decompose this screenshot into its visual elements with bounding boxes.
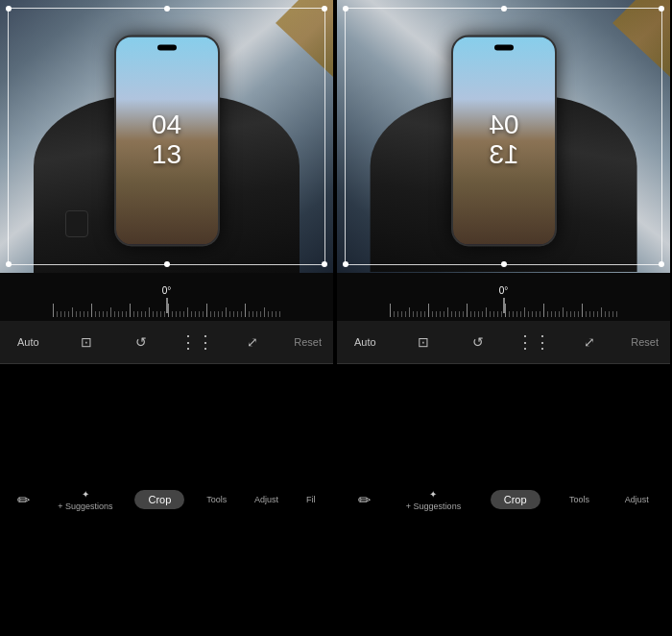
left-suggestions-icon: ✦	[82, 489, 89, 500]
ruler-tick	[570, 311, 571, 317]
left-crop-label: Crop	[148, 494, 171, 505]
ruler-tick	[543, 304, 544, 317]
ruler-tick	[436, 311, 437, 317]
ruler-tick	[206, 304, 207, 317]
left-toolbar-edit[interactable]: ✏	[12, 487, 36, 513]
ruler-tick	[482, 311, 483, 317]
ruler-tick	[76, 311, 77, 317]
left-fil-label: Fil	[306, 495, 316, 504]
right-toolbar-suggestions[interactable]: ✦ + Suggestions	[400, 485, 467, 515]
ruler-tick	[401, 311, 402, 317]
ruler-tick	[540, 311, 540, 317]
ruler-tick	[241, 311, 242, 317]
right-toolbar-tools[interactable]: Tools	[564, 491, 595, 508]
left-toolbar-fil[interactable]: Fil	[300, 491, 322, 508]
ruler-tick	[233, 311, 234, 317]
right-toolbar-adjust[interactable]: Adjust	[619, 491, 655, 508]
ruler-tick	[516, 311, 517, 317]
right-edit-icon: ✏	[358, 491, 371, 509]
left-rotate-button[interactable]: ↺	[127, 330, 156, 355]
ruler-tick	[72, 307, 73, 317]
right-tools-label: Tools	[569, 495, 589, 504]
ruler-tick	[405, 311, 406, 317]
ruler-tick	[555, 311, 556, 317]
right-phone-notch	[494, 44, 514, 50]
left-phone-notch	[157, 44, 177, 50]
ruler-tick	[413, 311, 414, 317]
ruler-tick	[451, 311, 452, 317]
ruler-tick	[470, 311, 471, 317]
left-reset-button[interactable]: Reset	[294, 336, 322, 348]
left-toolbar-crop[interactable]: Crop	[134, 490, 184, 509]
ruler-tick	[612, 311, 613, 317]
ruler-tick	[609, 311, 610, 317]
left-toolbar-suggestions[interactable]: ✦ + Suggestions	[52, 485, 118, 515]
left-crop-ratio-icon: ⊡	[78, 333, 95, 351]
right-rotate-button[interactable]: ↺	[464, 330, 492, 355]
ruler-tick	[478, 311, 479, 317]
ruler-tick	[616, 311, 617, 317]
ruler-tick	[420, 311, 421, 317]
right-split-icon: ⋮⋮	[525, 333, 542, 351]
left-crop-ratio-button[interactable]: ⊡	[72, 330, 101, 355]
ruler-tick	[601, 307, 602, 317]
right-image-container: 0413	[337, 0, 670, 273]
ruler-tick	[582, 304, 583, 317]
right-auto-button[interactable]: Auto	[348, 332, 382, 352]
ruler-tick	[64, 311, 65, 317]
ruler-tick	[126, 311, 127, 317]
right-photo-scene: 0413	[337, 0, 670, 273]
ruler-tick	[428, 304, 429, 317]
ruler-tick	[513, 311, 514, 317]
ruler-tick	[497, 311, 498, 317]
left-ruler-ticks[interactable]	[0, 298, 333, 317]
right-toolbar-crop[interactable]: Crop	[491, 490, 540, 509]
main-area: 0413 0°	[0, 0, 672, 636]
ruler-tick	[130, 304, 131, 317]
ruler-tick	[536, 311, 537, 317]
left-split-button[interactable]: ⋮⋮	[182, 330, 211, 355]
ruler-tick	[99, 311, 100, 317]
ruler-tick	[272, 311, 273, 317]
ruler-tick	[505, 304, 506, 317]
ruler-tick	[210, 311, 211, 317]
ruler-tick	[133, 311, 134, 317]
right-crop-ratio-button[interactable]: ⊡	[409, 330, 438, 355]
right-toolbar: ✏ ✦ + Suggestions Crop Tools Adjust	[337, 363, 670, 637]
ruler-tick	[467, 304, 468, 317]
ruler-tick	[455, 311, 456, 317]
left-phone: 0413	[114, 35, 220, 246]
left-auto-button[interactable]: Auto	[12, 332, 45, 352]
ruler-tick	[578, 311, 579, 317]
right-expand-button[interactable]: ⤢	[575, 330, 604, 355]
right-phone-time: 0413	[489, 110, 518, 170]
right-toolbar-edit[interactable]: ✏	[352, 487, 376, 513]
ruler-tick	[199, 311, 200, 317]
ruler-tick	[110, 307, 111, 317]
right-split-button[interactable]: ⋮⋮	[519, 330, 548, 355]
ruler-tick	[520, 311, 521, 317]
left-toolbar-adjust[interactable]: Adjust	[249, 491, 284, 508]
ruler-tick	[432, 311, 433, 317]
right-crop-label: Crop	[504, 494, 527, 505]
ruler-tick	[589, 311, 590, 317]
ruler-tick	[145, 311, 146, 317]
ruler-tick	[195, 311, 196, 317]
ruler-tick	[218, 311, 219, 317]
right-reset-button[interactable]: Reset	[631, 336, 659, 348]
ruler-tick	[149, 307, 150, 317]
left-controls-bar: Auto ⊡ ↺ ⋮⋮ ⤢ Reset	[0, 321, 333, 363]
ruler-tick	[397, 311, 398, 317]
ruler-tick	[268, 311, 269, 317]
ruler-tick	[605, 311, 606, 317]
ruler-tick	[60, 311, 61, 317]
ruler-tick	[53, 304, 54, 317]
right-ruler-ticks[interactable]	[337, 298, 670, 317]
left-toolbar-tools[interactable]: Tools	[201, 491, 232, 508]
right-suggestions-label: + Suggestions	[406, 501, 461, 511]
right-expand-icon: ⤢	[581, 333, 598, 351]
left-expand-button[interactable]: ⤢	[238, 330, 267, 355]
ruler-tick	[107, 311, 108, 317]
ruler-tick	[153, 311, 154, 317]
ruler-tick	[394, 311, 395, 317]
